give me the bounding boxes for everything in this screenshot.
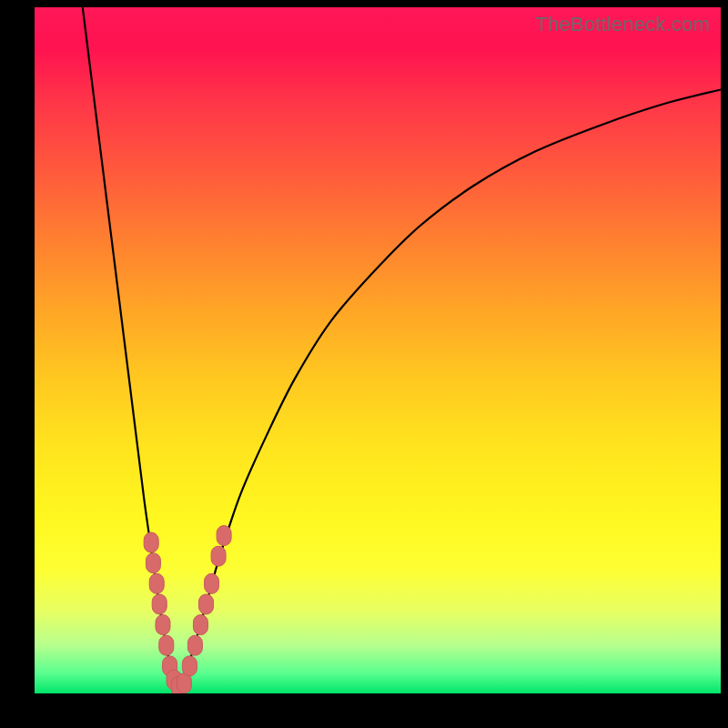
marker: [144, 532, 158, 552]
watermark-text: TheBottleneck.com: [535, 13, 710, 36]
right-branch: [178, 89, 721, 693]
marker: [211, 546, 226, 566]
marker: [187, 635, 202, 655]
marker: [199, 594, 214, 614]
marker: [193, 615, 207, 635]
marker: [146, 553, 160, 573]
curve-layer: [35, 7, 721, 693]
marker: [182, 656, 197, 676]
marker: [205, 573, 219, 593]
left-branch: [83, 7, 179, 693]
marker: [156, 615, 170, 635]
plot-area: TheBottleneck.com: [35, 7, 721, 693]
chart-frame: TheBottleneck.com: [0, 0, 728, 728]
highlight-markers: [144, 526, 231, 693]
marker: [159, 635, 174, 655]
marker: [152, 594, 167, 614]
marker: [217, 526, 231, 546]
marker: [149, 573, 164, 593]
